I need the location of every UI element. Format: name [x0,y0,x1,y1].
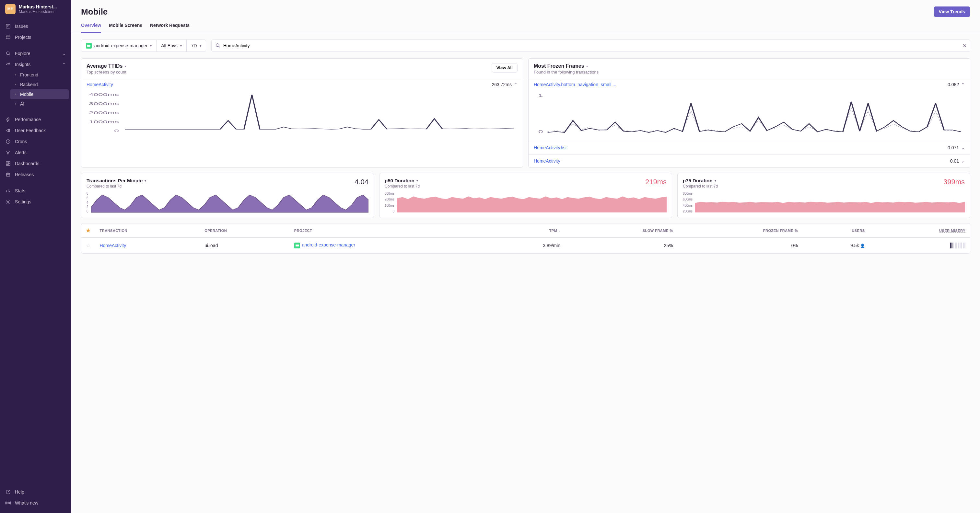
card-subtitle: Found in the following transactions [534,70,598,75]
col-project[interactable]: Project [290,224,489,238]
stat-value: 399ms [943,178,965,186]
frozen-item-link[interactable]: HomeActivity [534,158,560,164]
nav-label: Explore [15,51,58,56]
view-trends-button[interactable]: View Trends [934,6,970,17]
env-filter[interactable]: All Envs ▾ [156,40,187,51]
nav-insights[interactable]: Insights ⌃ [0,59,71,70]
nav-label: Projects [15,35,66,40]
slow-cell: 25% [565,238,678,253]
sort-down-icon: ↓ [558,229,560,232]
broadcast-icon [5,500,11,506]
search-input[interactable] [223,40,960,51]
dot-icon [15,74,16,75]
chevron-down-icon[interactable]: ⌄ [961,158,965,164]
chevron-down-icon[interactable]: ▾ [714,179,716,182]
card-frozen-frames: Most Frozen Frames▾ Found in the followi… [528,58,970,168]
svg-point-2 [6,52,10,55]
users-cell: 9.5k👤 [802,238,870,253]
nav-alerts[interactable]: Alerts [0,147,71,158]
chevron-up-icon[interactable]: ⌃ [514,82,517,87]
view-all-button[interactable]: View All [492,63,517,73]
transaction-link[interactable]: HomeActivity [100,243,126,248]
nav-whatsnew[interactable]: What's new [0,497,71,508]
nav-crons[interactable]: Crons [0,136,71,147]
project-filter[interactable]: android-expense-manager ▾ [81,40,156,51]
nav-sub-mobile[interactable]: Mobile [10,89,69,99]
svg-point-11 [8,503,9,503]
svg-rect-6 [8,164,10,165]
nav-feedback[interactable]: User Feedback [0,125,71,136]
person-icon: 👤 [860,243,865,248]
project-filter-label: android-expense-manager [94,43,148,48]
frozen-item-link[interactable]: HomeActivity.list [534,145,567,150]
chevron-down-icon[interactable]: ▾ [145,179,146,182]
svg-text:1000ms: 1000ms [89,120,119,124]
env-filter-label: All Envs [161,43,178,48]
svg-point-9 [8,201,9,203]
col-slow[interactable]: Slow Frame % [565,224,678,238]
chevron-down-icon: ▾ [180,44,182,48]
nav-issues[interactable]: Issues [0,21,71,32]
nav-dashboards[interactable]: Dashboards [0,158,71,169]
svg-point-12 [216,43,219,46]
nav-label: Insights [15,62,58,67]
nav-help[interactable]: Help [0,486,71,497]
tab-mobile-screens[interactable]: Mobile Screens [109,23,142,33]
ttid-item-link[interactable]: HomeActivity [86,82,113,87]
nav-sub-backend[interactable]: Backend [8,80,71,89]
frozen-item-value: 0.071 [948,145,959,150]
clear-search-icon[interactable]: ✕ [963,43,967,49]
nav-sub-ai[interactable]: AI [8,99,71,109]
nav-stats[interactable]: Stats [0,185,71,196]
col-tpm[interactable]: TPM ↓ [489,224,565,238]
chevron-down-icon: ▾ [200,44,201,48]
chevron-down-icon: ▾ [150,44,152,48]
nav-explore[interactable]: Explore ⌄ [0,48,71,59]
nav-performance[interactable]: Performance [0,114,71,125]
issues-icon [5,23,11,29]
range-filter[interactable]: 7D ▾ [187,40,206,51]
nav-releases[interactable]: Releases [0,169,71,180]
tab-network-requests[interactable]: Network Requests [150,23,189,33]
siren-icon [5,149,11,156]
page-header: Mobile View Trends [71,0,980,17]
chevron-down-icon: ⌄ [62,51,66,56]
col-operation[interactable]: Operation [200,224,290,238]
frozen-item-link[interactable]: HomeActivity.bottom_navigation_small ... [534,82,616,87]
dot-icon [15,103,16,105]
nav-sub-frontend[interactable]: Frontend [8,70,71,80]
range-filter-label: 7D [191,43,197,48]
sidebar-footer: Help What's new [0,484,71,513]
avatar: MH [5,4,16,14]
col-misery[interactable]: User Misery [870,224,970,238]
nav-main: Issues Projects Explore ⌄ Insights ⌃ Fro… [0,18,71,484]
col-users[interactable]: Users [802,224,870,238]
col-transaction[interactable]: Transaction [95,224,200,238]
star-icon[interactable]: ☆ [86,243,91,248]
transactions-table: ★ Transaction Operation Project TPM ↓ Sl… [81,223,970,254]
stat-p50: p50 Duration▾ Compared to last 7d 219ms … [379,173,672,218]
clock-icon [5,139,11,145]
chevron-down-icon[interactable]: ⌄ [961,145,965,150]
nav-settings[interactable]: Settings [0,196,71,207]
sidebar-header[interactable]: MH Markus Hinterst... Markus Hinterstein… [0,0,71,18]
main-content: Mobile View Trends Overview Mobile Scree… [71,0,980,513]
nav-projects[interactable]: Projects [0,32,71,43]
svg-text:0: 0 [114,129,119,133]
tab-overview[interactable]: Overview [81,23,101,33]
chevron-down-icon[interactable]: ▾ [586,64,588,68]
project-link[interactable]: android-expense-manager [302,242,355,248]
package-icon [5,172,11,178]
chevron-down-icon[interactable]: ▾ [124,64,126,68]
chevron-down-icon[interactable]: ▾ [417,179,418,182]
chevron-up-icon[interactable]: ⌃ [961,82,965,87]
dot-icon [15,94,16,95]
mini-chart-p50: 300ms200ms100ms0 [385,192,667,213]
mini-chart-p75: 800ms600ms400ms200ms [683,192,965,213]
gear-icon [5,199,11,205]
frozen-chart: 1 0 [528,91,970,141]
projects-icon [5,34,11,40]
star-icon[interactable]: ★ [86,228,91,233]
col-frozen[interactable]: Frozen Frame % [678,224,802,238]
card-average-ttid: Average TTIDs▾ Top screens by count View… [81,58,523,168]
